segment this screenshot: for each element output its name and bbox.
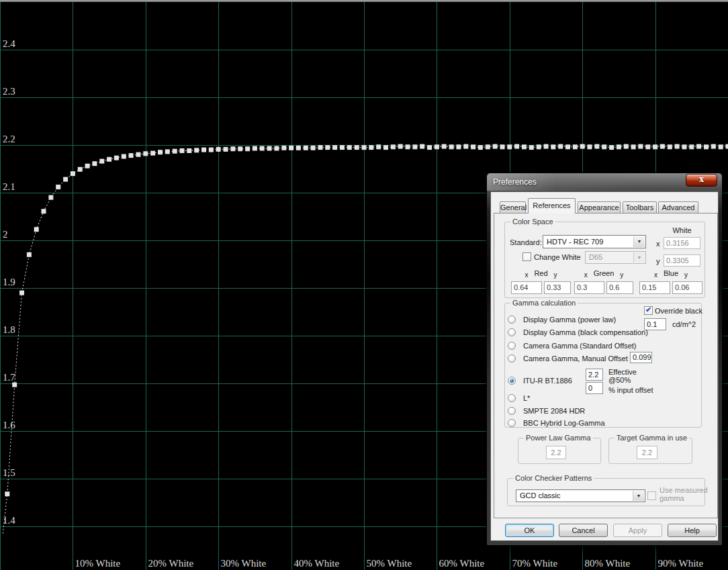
green-x-field[interactable]: 0.3: [574, 281, 604, 294]
gamma-data-point: [253, 146, 257, 151]
radio-smpte-2084-label: SMPTE 2084 HDR: [523, 407, 585, 415]
y-tick-label: 2.3: [3, 86, 15, 97]
gamma-data-point: [493, 144, 498, 149]
close-button[interactable]: x: [686, 174, 717, 187]
chevron-down-icon: ▼: [633, 252, 645, 263]
blue-y-field[interactable]: 0.06: [672, 281, 702, 294]
radio-itu-r-bt1886[interactable]: [508, 377, 516, 385]
radio-bbc-hlg-label: BBC Hybrid Log-Gamma: [523, 419, 605, 427]
cancel-button[interactable]: Cancel: [559, 524, 608, 537]
radio-camera-gamma-standard[interactable]: [508, 342, 516, 350]
color-checker-combo[interactable]: GCD classic ▼: [516, 489, 645, 502]
gamma-data-point: [78, 167, 83, 172]
gamma-data-point: [631, 144, 636, 149]
x-tick-label: 70% White: [512, 558, 558, 569]
red-x-field[interactable]: 0.64: [511, 281, 542, 294]
input-offset-label: % input offset: [608, 386, 653, 394]
override-black-checkbox[interactable]: [644, 306, 653, 315]
gamma-data-point: [565, 144, 570, 149]
group-color-checker-patterns: Color Checker Patterns GCD classic ▼ Use…: [507, 478, 705, 506]
gamma-data-point: [194, 148, 199, 152]
window-top-edge: [0, 0, 728, 2]
manual-offset-field[interactable]: 0.099: [630, 352, 652, 363]
gamma-data-point: [660, 144, 665, 149]
gamma-data-point: [449, 144, 454, 149]
gamma-data-point: [260, 146, 265, 151]
power-law-gamma-group-label: Power Law Gamma: [524, 434, 593, 442]
gamma-data-point: [332, 145, 337, 150]
gamma-data-point: [63, 177, 68, 182]
y-tick-label: 1.9: [3, 277, 15, 288]
gamma-data-point: [376, 144, 381, 149]
gamma-data-point: [514, 144, 519, 149]
standard-combo[interactable]: HDTV - REC 709 ▼: [543, 235, 646, 248]
gamma-data-point: [209, 148, 214, 152]
green-y-field[interactable]: 0.6: [606, 281, 633, 294]
radio-camera-gamma-manual[interactable]: [508, 354, 516, 363]
red-y-field[interactable]: 0.33: [544, 281, 571, 294]
tab-general[interactable]: General: [500, 201, 526, 213]
radio-lstar-label: L*: [523, 394, 530, 402]
gamma-data-point: [711, 144, 716, 149]
white-x-field: 0.3156: [664, 237, 700, 249]
tab-toolbars[interactable]: Toolbars: [623, 201, 657, 213]
group-color-space: Color Space White Standard: HDTV - REC 7…: [504, 222, 705, 298]
gamma-data-point: [42, 209, 46, 213]
gamma-data-point: [230, 146, 235, 151]
gamma-data-point: [682, 144, 687, 149]
gamma-data-point: [150, 151, 155, 156]
dialog-titlebar[interactable]: Preferences x: [487, 173, 722, 191]
apply-button: Apply: [613, 524, 662, 537]
gamma-data-point: [340, 145, 345, 150]
gamma-data-point: [107, 157, 111, 162]
red-header: xRedy: [511, 269, 571, 277]
gamma-data-point: [573, 144, 578, 149]
gamma-data-point: [435, 144, 439, 149]
white-x-label: x: [656, 240, 660, 248]
gamma-data-point: [558, 144, 563, 149]
tab-appearance[interactable]: Appearance: [578, 201, 621, 213]
y-sub-label: y: [684, 271, 688, 279]
bt1886-offset-field[interactable]: 0: [586, 382, 603, 394]
blue-x-field[interactable]: 0.15: [639, 281, 670, 294]
ok-button[interactable]: OK: [505, 524, 554, 537]
white-preset-combo: D65 ▼: [585, 251, 646, 264]
help-button[interactable]: Help: [668, 524, 717, 537]
gamma-data-point: [391, 144, 396, 149]
gamma-data-point: [187, 148, 191, 153]
gamma-data-point: [92, 161, 97, 166]
gamma-data-point: [224, 147, 228, 152]
gamma-data-point: [12, 383, 17, 387]
radio-bbc-hlg[interactable]: [508, 419, 516, 427]
radio-lstar[interactable]: [508, 394, 516, 402]
standard-combo-value: HDTV - REC 709: [547, 238, 603, 246]
gamma-data-point: [143, 151, 148, 156]
y-tick-label: 1.4: [3, 515, 15, 526]
gamma-data-point: [675, 144, 680, 149]
group-target-gamma: Target Gamma in use 2.2: [608, 438, 692, 464]
radio-display-gamma-power-law[interactable]: [508, 316, 516, 324]
blue-label: Blue: [664, 269, 678, 277]
bt1886-effective-field[interactable]: 2.2: [586, 369, 603, 381]
gamma-data-point: [289, 146, 293, 150]
tab-references[interactable]: References: [528, 198, 576, 213]
tab-advanced[interactable]: Advanced: [658, 201, 698, 213]
gamma-data-point: [522, 144, 527, 149]
gamma-data-point: [362, 145, 367, 150]
gamma-data-point: [398, 144, 403, 149]
x-tick-label: 40% White: [294, 558, 340, 569]
effective-label: Effective: [608, 368, 637, 376]
gamma-data-point: [201, 148, 206, 152]
radio-display-gamma-black-comp[interactable]: [508, 328, 516, 336]
change-white-checkbox[interactable]: [522, 252, 531, 261]
gamma-calculation-group-label: Gamma calculation: [510, 299, 578, 307]
gamma-data-point: [406, 144, 410, 149]
gamma-data-point: [645, 144, 650, 149]
radio-smpte-2084[interactable]: [508, 407, 516, 415]
use-measured-gamma-label: Use measuredgamma: [659, 486, 708, 502]
override-black-label: Override black: [655, 307, 702, 315]
change-white-label: Change White: [534, 253, 581, 261]
chevron-down-icon: ▼: [633, 236, 645, 247]
gamma-data-point: [537, 144, 541, 149]
y-tick-label: 2.4: [3, 38, 15, 50]
